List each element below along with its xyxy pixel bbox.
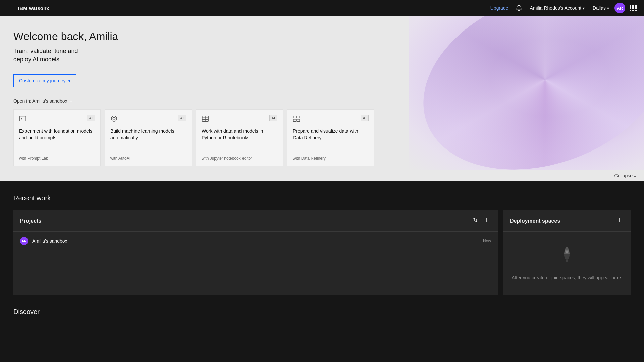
collapse-bar[interactable]: Collapse — [0, 170, 644, 181]
recent-work-title: Recent work — [13, 194, 631, 202]
deployment-add-button[interactable] — [615, 216, 624, 226]
deployment-panel-actions — [615, 216, 624, 226]
app-switcher-button[interactable] — [628, 3, 639, 13]
notifications-bell[interactable] — [514, 3, 524, 13]
svg-point-2 — [111, 116, 117, 122]
card-2-footer: with AutoAI — [110, 156, 186, 161]
hero-content: Welcome back, Amilia Train, validate, tu… — [13, 29, 631, 166]
collapse-chevron-up-icon — [634, 173, 636, 178]
account-menu[interactable]: Amilia Rhodes's Account — [527, 5, 587, 11]
customize-chevron-down-icon — [68, 78, 70, 83]
collapse-label: Collapse — [614, 173, 633, 178]
project-item[interactable]: AR Amilia's sandbox Now — [13, 232, 498, 250]
projects-panel: Projects AR A — [13, 210, 498, 295]
card-jupyter[interactable]: AI Work with data and models in Python o… — [196, 109, 283, 166]
svg-rect-10 — [297, 119, 300, 121]
svg-rect-8 — [297, 116, 300, 118]
avatar[interactable]: AR — [614, 3, 625, 13]
card-4-footer: with Data Refinery — [293, 156, 369, 161]
card-data-refinery[interactable]: AI Prepare and visualize data with Data … — [287, 109, 374, 166]
hero-subtitle: Train, validate, tune and deploy AI mode… — [13, 47, 631, 64]
customize-journey-button[interactable]: Customize my journey — [13, 74, 76, 87]
recent-work-content: Projects AR A — [13, 210, 631, 295]
svg-rect-7 — [293, 116, 296, 118]
card-2-ai-badge: AI — [178, 115, 186, 121]
cards-row: AI Experiment with foundation models and… — [13, 109, 631, 166]
svg-rect-0 — [20, 116, 26, 121]
account-chevron-down-icon — [583, 5, 585, 11]
card-4-header: AI — [293, 115, 369, 124]
deployment-panel-title: Deployment spaces — [510, 218, 560, 224]
deployment-empty-text: After you create or join spaces, they wi… — [512, 274, 622, 281]
open-in-bar: Open in: Amilia's sandbox — [13, 98, 631, 104]
card-2-title: Build machine learning models automatica… — [110, 128, 186, 141]
projects-add-button[interactable] — [482, 216, 491, 226]
project-time: Now — [483, 239, 491, 243]
data-refinery-icon — [293, 115, 300, 124]
project-avatar: AR — [20, 237, 28, 245]
card-3-ai-badge: AI — [269, 115, 277, 121]
project-info: AR Amilia's sandbox — [20, 237, 67, 245]
open-in-selector[interactable]: Open in: Amilia's sandbox — [13, 98, 67, 104]
card-prompt-lab[interactable]: AI Experiment with foundation models and… — [13, 109, 101, 166]
prompt-lab-icon — [19, 115, 26, 124]
svg-rect-9 — [293, 119, 296, 121]
projects-transfer-button[interactable] — [471, 216, 480, 226]
navbar-left: IBM watsonx — [5, 4, 49, 12]
region-menu[interactable]: Dallas — [590, 5, 612, 11]
card-3-footer: with Jupyter notebook editor — [202, 156, 277, 161]
projects-panel-header: Projects — [13, 210, 498, 232]
navbar-right: Upgrade Amilia Rhodes's Account Dallas A… — [488, 3, 639, 13]
projects-panel-title: Projects — [20, 218, 41, 224]
upgrade-link[interactable]: Upgrade — [488, 5, 511, 11]
recent-work-section: Recent work Projects — [0, 181, 644, 308]
region-chevron-down-icon — [607, 5, 609, 11]
jupyter-icon — [202, 115, 209, 124]
logo-bold: watsonx — [29, 5, 49, 11]
rocket-icon — [559, 245, 575, 269]
welcome-title: Welcome back, Amilia — [13, 29, 631, 43]
card-4-ai-badge: AI — [361, 115, 369, 121]
card-autoai[interactable]: AI Build machine learning models automat… — [105, 109, 192, 166]
hamburger-menu[interactable] — [5, 4, 14, 12]
deployment-panel-header: Deployment spaces — [503, 210, 631, 232]
discover-title: Discover — [13, 308, 631, 321]
hero-section: Welcome back, Amilia Train, validate, tu… — [0, 16, 644, 170]
projects-panel-actions — [471, 216, 491, 226]
deployment-panel: Deployment spaces — [503, 210, 631, 295]
card-2-header: AI — [110, 115, 186, 124]
navbar: IBM watsonx Upgrade Amilia Rhodes's Acco… — [0, 0, 644, 16]
open-in-chevron-down-icon — [70, 98, 72, 104]
card-4-title: Prepare and visualize data with Data Ref… — [293, 128, 369, 141]
svg-point-17 — [566, 251, 568, 253]
card-1-header: AI — [19, 115, 95, 124]
deployment-empty-state: After you create or join spaces, they wi… — [503, 232, 631, 295]
app-logo: IBM watsonx — [18, 5, 49, 11]
quick-start-cards: Open in: Amilia's sandbox — [13, 98, 631, 166]
project-name: Amilia's sandbox — [32, 238, 67, 244]
card-1-ai-badge: AI — [87, 115, 95, 121]
discover-section: Discover — [0, 308, 644, 335]
card-1-title: Experiment with foundation models and bu… — [19, 128, 95, 141]
card-1-footer: with Prompt Lab — [19, 156, 95, 161]
card-3-title: Work with data and models in Python or R… — [202, 128, 277, 141]
autoai-icon — [110, 115, 118, 124]
card-3-header: AI — [202, 115, 277, 124]
